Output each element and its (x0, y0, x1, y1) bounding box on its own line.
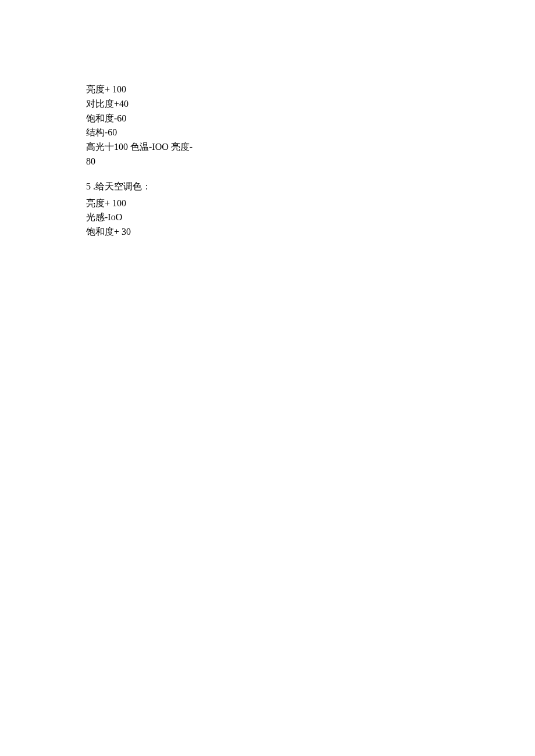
param-sky-light: 光感-IoO (86, 210, 261, 225)
param-sky-brightness: 亮度+ 100 (86, 196, 261, 211)
document-content: 亮度+ 100 对比度+40 饱和度-60 结构-60 高光十100 色温-IO… (86, 83, 261, 239)
param-continuation: 80 (86, 155, 261, 169)
section-heading-sky-color: 5 .给天空调色： (86, 180, 261, 194)
param-brightness: 亮度+ 100 (86, 83, 261, 97)
param-contrast: 对比度+40 (86, 97, 261, 112)
param-structure: 结构-60 (86, 126, 261, 140)
param-saturation: 饱和度-60 (86, 112, 261, 126)
param-highlight-temp-brightness: 高光十100 色温-IOO 亮度- (86, 140, 261, 155)
param-sky-saturation: 饱和度+ 30 (86, 225, 261, 239)
